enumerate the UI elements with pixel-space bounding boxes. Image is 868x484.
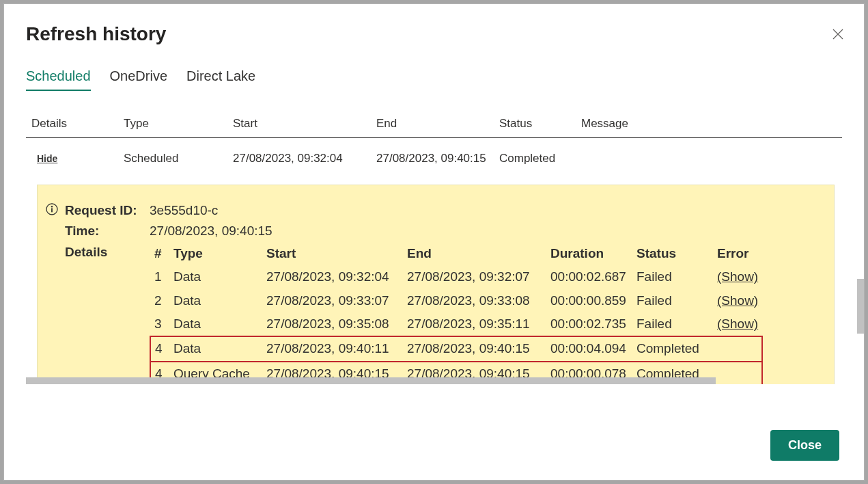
dh-idx: # (150, 242, 169, 265)
close-button[interactable]: Close (770, 430, 839, 461)
detail-cell-error (713, 336, 762, 361)
detail-row: 4Data27/08/2023, 09:40:1127/08/2023, 09:… (150, 336, 762, 361)
row-end: 27/08/2023, 09:40:15 (376, 152, 499, 165)
detail-cell-status: Failed (632, 289, 713, 312)
detail-cell-error (713, 362, 762, 384)
vertical-scrollbar[interactable] (857, 279, 864, 334)
detail-row: 1Data27/08/2023, 09:32:0427/08/2023, 09:… (150, 265, 762, 288)
grid-row: Hide Scheduled 27/08/2023, 09:32:04 27/0… (26, 138, 842, 165)
row-start: 27/08/2023, 09:32:04 (233, 152, 376, 165)
detail-cell-end: 27/08/2023, 09:35:11 (403, 312, 546, 336)
detail-cell-end: 27/08/2023, 09:32:07 (403, 265, 546, 288)
detail-cell-duration: 00:00:04.094 (546, 336, 632, 361)
detail-cell-end: 27/08/2023, 09:33:08 (403, 289, 546, 312)
tab-onedrive[interactable]: OneDrive (110, 68, 167, 91)
time-label: Time: (65, 221, 150, 241)
detail-cell-idx: 1 (150, 265, 169, 288)
request-id-label: Request ID: (65, 200, 150, 221)
tab-bar: Scheduled OneDrive Direct Lake (4, 45, 864, 91)
detail-cell-idx: 2 (150, 289, 169, 312)
detail-cell-start: 27/08/2023, 09:32:04 (262, 265, 403, 288)
detail-cell-status: Failed (632, 265, 713, 288)
detail-row: 2Data27/08/2023, 09:33:0727/08/2023, 09:… (150, 289, 762, 312)
close-icon[interactable] (832, 29, 843, 40)
history-grid: Details Type Start End Status Message Hi… (26, 113, 842, 165)
dh-duration: Duration (546, 242, 632, 265)
col-header-details: Details (31, 117, 124, 131)
dialog-title: Refresh history (26, 23, 166, 45)
detail-cell-start: 27/08/2023, 09:33:07 (262, 289, 403, 312)
detail-cell-status: Failed (632, 312, 713, 336)
dh-start: Start (262, 242, 403, 265)
col-header-message: Message (581, 117, 837, 131)
detail-cell-error[interactable]: (Show) (713, 312, 762, 336)
dh-end: End (403, 242, 546, 265)
detail-cell-duration: 00:00:00.859 (546, 289, 632, 312)
detail-cell-end: 27/08/2023, 09:40:15 (403, 336, 546, 361)
detail-cell-duration: 00:00:02.687 (546, 265, 632, 288)
detail-cell-idx: 3 (150, 312, 169, 336)
tab-directlake[interactable]: Direct Lake (186, 68, 255, 91)
detail-cell-start: 27/08/2023, 09:40:11 (262, 336, 403, 361)
detail-header-row: # Type Start End Duration Status Error (150, 242, 762, 265)
col-header-end: End (376, 117, 499, 131)
info-icon (46, 203, 58, 215)
detail-cell-type: Data (169, 289, 262, 312)
dh-type: Type (169, 242, 262, 265)
detail-cell-error[interactable]: (Show) (713, 265, 762, 288)
dh-error: Error (713, 242, 762, 265)
detail-cell-error[interactable]: (Show) (713, 289, 762, 312)
refresh-history-dialog: Refresh history Scheduled OneDrive Direc… (3, 3, 865, 481)
detail-cell-duration: 00:00:02.735 (546, 312, 632, 336)
request-id-value: 3e555d10-c (150, 200, 218, 221)
col-header-type: Type (124, 117, 233, 131)
row-message (581, 152, 837, 165)
detail-table: # Type Start End Duration Status Error 1… (150, 242, 763, 384)
show-error-link[interactable]: (Show) (717, 269, 758, 284)
detail-panel: Request ID: 3e555d10-c Time: 27/08/2023,… (37, 185, 835, 384)
dh-status: Status (632, 242, 713, 265)
detail-cell-type: Data (169, 265, 262, 288)
row-status: Completed (499, 152, 581, 165)
svg-point-1 (51, 206, 53, 207)
svg-rect-2 (51, 208, 53, 212)
detail-cell-type: Data (169, 336, 262, 361)
details-label: Details (65, 242, 150, 384)
detail-cell-idx: 4 (150, 336, 169, 361)
detail-cell-start: 27/08/2023, 09:35:08 (262, 312, 403, 336)
time-value: 27/08/2023, 09:40:15 (150, 221, 272, 241)
show-error-link[interactable]: (Show) (717, 317, 758, 331)
col-header-start: Start (233, 117, 376, 131)
horizontal-scrollbar[interactable] (26, 377, 716, 384)
show-error-link[interactable]: (Show) (717, 293, 758, 308)
detail-cell-status: Completed (632, 336, 713, 361)
detail-row: 3Data27/08/2023, 09:35:0827/08/2023, 09:… (150, 312, 762, 336)
grid-header: Details Type Start End Status Message (26, 113, 842, 138)
detail-cell-type: Data (169, 312, 262, 336)
row-type: Scheduled (124, 152, 233, 165)
col-header-status: Status (499, 117, 581, 131)
hide-link[interactable]: Hide (31, 153, 57, 164)
tab-scheduled[interactable]: Scheduled (26, 68, 91, 91)
detail-scroll-area: Request ID: 3e555d10-c Time: 27/08/2023,… (26, 165, 842, 384)
